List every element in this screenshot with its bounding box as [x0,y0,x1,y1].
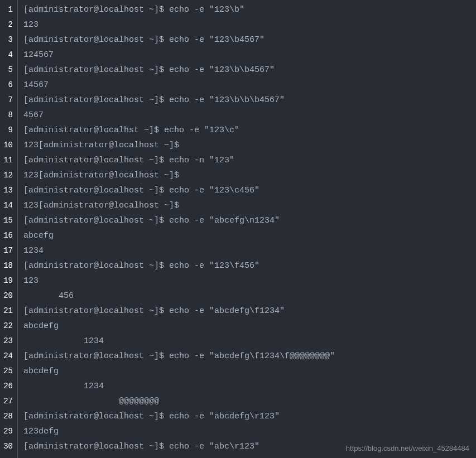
code-line: [administrator@localhost ~]$ echo -n "12… [23,153,476,168]
code-line: [administrator@localhost ~]$ echo -e "ab… [23,303,476,319]
line-number: 13 [2,183,13,198]
line-number: 2 [2,17,13,32]
code-line: 1234 [23,243,476,258]
code-line: [administrator@localhost ~]$ echo -e "12… [23,183,476,198]
watermark-text: https://blog.csdn.net/weixin_45284484 [346,444,469,452]
line-number: 7 [2,93,13,108]
code-line: 124567 [23,47,476,62]
line-number: 29 [2,424,13,439]
line-number: 26 [2,379,13,394]
line-number: 14 [2,198,13,213]
code-line: [administrator@localhst ~]$ echo -e "123… [23,123,476,138]
line-number: 25 [2,364,13,379]
line-number: 19 [2,273,13,288]
code-line: 456 [23,288,476,303]
line-number: 30 [2,439,13,454]
code-line: 123[administrator@localhost ~]$ [23,198,476,213]
line-number: 6 [2,78,13,93]
code-line: [administrator@localhost ~]$ echo -e "12… [23,258,476,273]
code-line: abcefg [23,228,476,243]
line-number: 17 [2,243,13,258]
line-number: 8 [2,108,13,123]
line-number: 3 [2,32,13,47]
line-number: 28 [2,409,13,424]
line-number: 24 [2,349,13,364]
code-block: 1234567891011121314151617181920212223242… [0,0,476,458]
line-number: 15 [2,213,13,228]
code-line: 123 [23,273,476,288]
code-line: [administrator@localhost ~]$ echo -e "12… [23,2,476,17]
line-number: 1 [2,2,13,17]
line-number: 12 [2,168,13,183]
line-number: 16 [2,228,13,243]
code-line: [administrator@localhost ~]$ echo -e "ab… [23,349,476,364]
line-number: 20 [2,288,13,303]
code-line: 1234 [23,334,476,349]
code-line: 123[administrator@localhost ~]$ [23,168,476,183]
code-line: 1234 [23,379,476,394]
code-line: [administrator@localhost ~]$ echo -e "12… [23,93,476,108]
line-number: 9 [2,123,13,138]
line-number: 5 [2,62,13,78]
code-line: abcdefg [23,364,476,379]
code-line: 123[administrator@localhost ~]$ [23,138,476,153]
code-line: 4567 [23,108,476,123]
line-number: 10 [2,138,13,153]
line-number: 11 [2,153,13,168]
line-number: 18 [2,258,13,273]
code-line: 14567 [23,78,476,93]
line-number-gutter: 1234567891011121314151617181920212223242… [0,0,18,458]
code-line: @@@@@@@@ [23,394,476,409]
line-number: 23 [2,334,13,349]
code-line: abcdefg [23,319,476,334]
code-area[interactable]: [administrator@localhost ~]$ echo -e "12… [18,0,476,458]
line-number: 4 [2,47,13,62]
code-line: [administrator@localhost ~]$ echo -e "12… [23,62,476,78]
line-number: 27 [2,394,13,409]
code-line: [administrator@localhost ~]$ echo -e "12… [23,32,476,47]
code-line: 123 [23,17,476,32]
line-number: 22 [2,319,13,334]
code-line: 123defg [23,424,476,439]
code-line: [administrator@localhost ~]$ echo -e "ab… [23,409,476,424]
line-number: 21 [2,303,13,319]
code-line: [administrator@localhost ~]$ echo -e "ab… [23,213,476,228]
